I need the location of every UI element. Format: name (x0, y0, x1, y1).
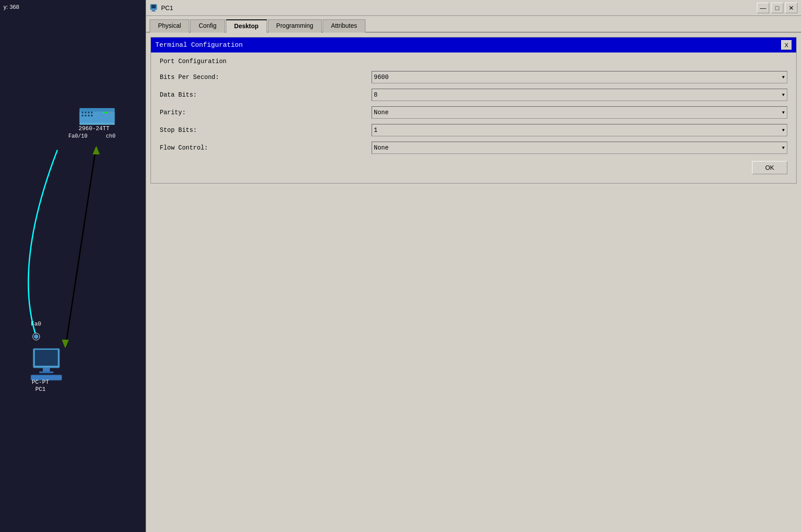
tab-attributes[interactable]: Attributes (323, 19, 365, 33)
svg-point-16 (109, 112, 111, 113)
svg-rect-10 (82, 115, 83, 116)
svg-rect-27 (151, 11, 156, 11)
svg-marker-2 (93, 146, 100, 154)
svg-rect-19 (43, 368, 50, 371)
tab-physical[interactable]: Physical (150, 19, 189, 33)
svg-rect-18 (35, 350, 58, 366)
dialog-title: PC1 (161, 4, 173, 11)
svg-marker-1 (62, 340, 69, 348)
flow-control-row: Flow Control: None Software Hardware (160, 142, 787, 154)
main-content: Terminal Configuration X Port Configurat… (146, 33, 801, 532)
data-bits-wrapper: 5 6 7 8 (372, 89, 787, 101)
pc-type-label: PC-PT (32, 379, 49, 386)
parity-label: Parity: (160, 109, 372, 116)
flow-control-wrapper: None Software Hardware (372, 142, 787, 154)
switch-label: 2960-24TT (79, 125, 109, 132)
coords-label: y: 368 (4, 4, 19, 10)
stop-bits-label: Stop Bits: (160, 127, 372, 134)
bits-per-second-select[interactable]: 300 1200 2400 4800 9600 19200 38400 5760… (372, 71, 787, 83)
bits-per-second-label: Bits Per Second: (160, 74, 372, 81)
data-bits-row: Data Bits: 5 6 7 8 (160, 89, 787, 101)
terminal-config-panel: Terminal Configuration X Port Configurat… (150, 37, 797, 184)
pc-port-label: Fa0 (31, 321, 41, 327)
switch-port-fa: Fa0/10 (68, 133, 87, 139)
switch-port-ch: ch0 (106, 133, 116, 139)
parity-wrapper: None Even Odd Mark Space (372, 106, 787, 119)
data-bits-label: Data Bits: (160, 91, 372, 98)
svg-rect-11 (85, 115, 86, 116)
stop-bits-select[interactable]: 1 1.5 2 (372, 124, 787, 136)
panel-title-bar: Terminal Configuration X (151, 37, 796, 52)
svg-rect-7 (85, 112, 86, 113)
svg-rect-25 (151, 5, 156, 8)
section-title: Port Configuration (160, 58, 787, 65)
flow-control-select[interactable]: None Software Hardware (372, 142, 787, 154)
svg-rect-5 (79, 123, 115, 125)
bits-per-second-wrapper: 300 1200 2400 4800 9600 19200 38400 5760… (372, 71, 787, 83)
data-bits-select[interactable]: 5 6 7 8 (372, 89, 787, 101)
svg-point-23 (34, 334, 38, 339)
ok-row: OK (160, 161, 787, 174)
topology-panel: y: 368 (0, 0, 146, 532)
flow-control-label: Flow Control: (160, 144, 372, 151)
pc-name-label: PC1 (35, 386, 46, 393)
parity-select[interactable]: None Even Odd Mark Space (372, 106, 787, 119)
panel-close-button[interactable]: X (781, 40, 792, 50)
svg-rect-26 (152, 10, 155, 11)
stop-bits-row: Stop Bits: 1 1.5 2 (160, 124, 787, 136)
svg-point-14 (103, 112, 105, 113)
window-controls: — □ ✕ (757, 3, 797, 13)
panel-title-text: Terminal Configuration (155, 41, 243, 49)
minimize-button[interactable]: — (757, 3, 769, 13)
tab-config[interactable]: Config (190, 19, 225, 33)
topology-canvas: 2960-24TT Fa0/10 ch0 Fa0 PC-PT PC1 (0, 0, 146, 532)
tab-bar: Physical Config Desktop Programming Attr… (146, 16, 801, 33)
maximize-button[interactable]: □ (771, 3, 783, 13)
ok-button[interactable]: OK (752, 161, 787, 174)
svg-rect-8 (88, 112, 90, 113)
svg-rect-6 (82, 112, 83, 113)
svg-rect-13 (91, 115, 93, 116)
svg-line-0 (65, 146, 96, 348)
tab-desktop[interactable]: Desktop (226, 19, 267, 33)
stop-bits-wrapper: 1 1.5 2 (372, 124, 787, 136)
svg-rect-4 (79, 108, 115, 112)
pc1-dialog: PC1 — □ ✕ Physical Config Desktop Progra… (146, 0, 801, 532)
svg-rect-9 (91, 112, 93, 113)
tab-programming[interactable]: Programming (268, 19, 322, 33)
close-button[interactable]: ✕ (785, 3, 797, 13)
parity-row: Parity: None Even Odd Mark Space (160, 106, 787, 119)
svg-rect-20 (39, 371, 53, 373)
bits-per-second-row: Bits Per Second: 300 1200 2400 4800 9600… (160, 71, 787, 83)
svg-point-15 (106, 112, 108, 113)
dialog-title-bar: PC1 — □ ✕ (146, 0, 801, 16)
dialog-icon (150, 4, 158, 12)
panel-body: Port Configuration Bits Per Second: 300 … (151, 52, 796, 183)
svg-rect-12 (88, 115, 90, 116)
